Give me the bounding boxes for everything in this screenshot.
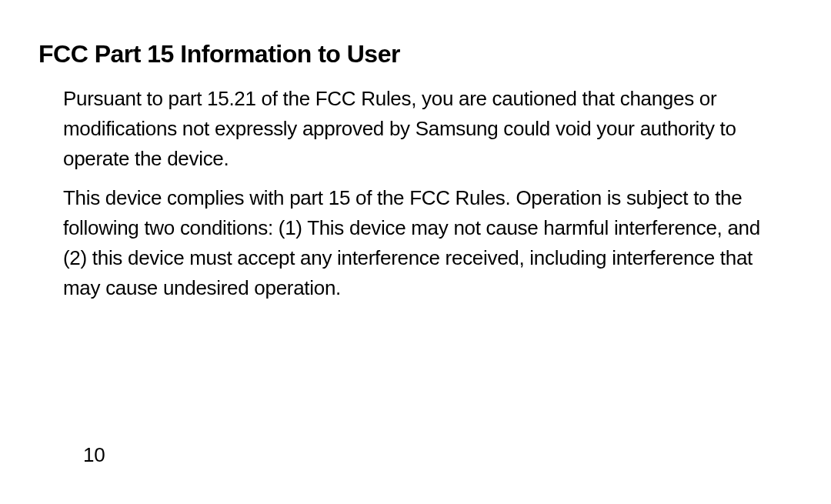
- section-heading: FCC Part 15 Information to User: [38, 40, 785, 68]
- body-paragraph: Pursuant to part 15.21 of the FCC Rules,…: [63, 84, 785, 174]
- page-number: 10: [83, 443, 105, 467]
- body-paragraph: This device complies with part 15 of the…: [63, 183, 785, 303]
